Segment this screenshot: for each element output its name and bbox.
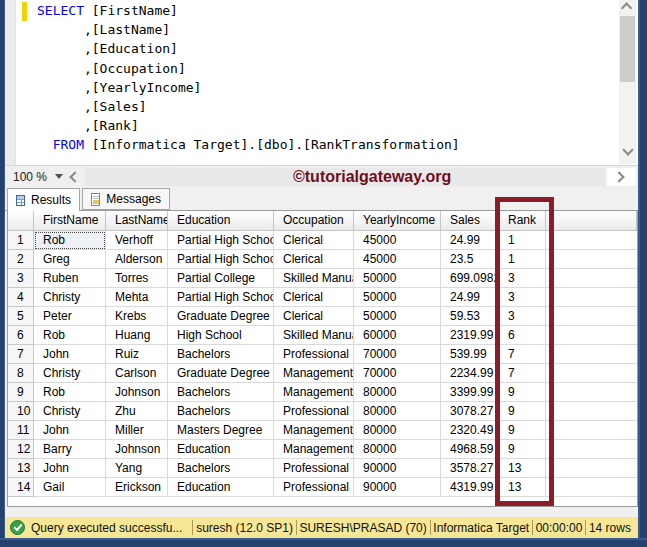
header-cell[interactable]: FirstName — [34, 211, 106, 231]
grid-cell[interactable]: 50000 — [354, 288, 441, 307]
row-number-cell[interactable]: 7 — [8, 345, 34, 364]
grid-cell[interactable]: Management — [274, 383, 354, 402]
grid-cell[interactable]: 2319.99 — [441, 326, 499, 345]
header-cell[interactable]: Rank — [499, 211, 546, 231]
grid-cell[interactable]: Krebs — [106, 307, 168, 326]
grid-cell[interactable]: 2234.99 — [441, 364, 499, 383]
grid-cell[interactable]: 7 — [499, 345, 546, 364]
grid-cell[interactable]: Huang — [106, 326, 168, 345]
grid-cell[interactable]: Johnson — [106, 440, 168, 459]
grid-cell[interactable]: 50000 — [354, 307, 441, 326]
scroll-left-button[interactable] — [67, 169, 82, 184]
grid-cell[interactable]: Rob — [34, 326, 106, 345]
grid-cell[interactable]: Masters Degree — [168, 421, 274, 440]
results-grid[interactable]: FirstNameLastNameEducationOccupationYear… — [7, 210, 638, 507]
grid-cell[interactable]: Gail — [34, 478, 106, 497]
grid-cell[interactable]: 9 — [499, 402, 546, 421]
grid-cell[interactable]: Bachelors — [168, 383, 274, 402]
grid-cell[interactable]: 3 — [499, 307, 546, 326]
grid-cell[interactable]: 9 — [499, 440, 546, 459]
grid-cell[interactable]: 539.99 — [441, 345, 499, 364]
grid-cell[interactable]: Rob — [34, 231, 106, 250]
grid-cell[interactable]: Mehta — [106, 288, 168, 307]
grid-cell[interactable]: 80000 — [354, 383, 441, 402]
grid-cell[interactable]: Management — [274, 364, 354, 383]
grid-cell[interactable]: Partial College — [168, 269, 274, 288]
header-cell[interactable]: LastName — [106, 211, 168, 231]
row-number-cell[interactable]: 10 — [8, 402, 34, 421]
grid-cell[interactable]: 3 — [499, 288, 546, 307]
grid-cell[interactable]: Bachelors — [168, 402, 274, 421]
grid-cell[interactable]: Ruben — [34, 269, 106, 288]
grid-cell[interactable]: Greg — [34, 250, 106, 269]
grid-cell[interactable]: John — [34, 459, 106, 478]
scroll-up-button[interactable] — [619, 0, 636, 15]
row-number-cell[interactable]: 4 — [8, 288, 34, 307]
grid-cell[interactable]: 3078.27 — [441, 402, 499, 421]
grid-cell[interactable]: 3578.27 — [441, 459, 499, 478]
grid-cell[interactable]: Partial High School — [168, 231, 274, 250]
grid-cell[interactable]: Clerical — [274, 288, 354, 307]
grid-cell[interactable]: Education — [168, 440, 274, 459]
grid-cell[interactable]: 80000 — [354, 402, 441, 421]
grid-cell[interactable]: John — [34, 345, 106, 364]
grid-cell[interactable]: 70000 — [354, 364, 441, 383]
grid-cell[interactable]: 90000 — [354, 478, 441, 497]
grid-cell[interactable]: Professional — [274, 478, 354, 497]
row-number-cell[interactable]: 1 — [8, 231, 34, 250]
grid-cell[interactable]: 45000 — [354, 231, 441, 250]
sql-editor[interactable]: SELECT [FirstName] ,[LastName] ,[Educati… — [5, 0, 638, 165]
grid-cell[interactable]: Miller — [106, 421, 168, 440]
grid-cell[interactable]: 6 — [499, 326, 546, 345]
grid-cell[interactable]: 60000 — [354, 326, 441, 345]
grid-cell[interactable]: 7 — [499, 364, 546, 383]
grid-cell[interactable]: Skilled Manual — [274, 326, 354, 345]
row-number-cell[interactable]: 11 — [8, 421, 34, 440]
grid-cell[interactable]: 50000 — [354, 269, 441, 288]
row-number-cell[interactable]: 12 — [8, 440, 34, 459]
grid-cell[interactable]: Education — [168, 478, 274, 497]
grid-cell[interactable]: Christy — [34, 402, 106, 421]
zoom-control[interactable]: 100 % — [9, 167, 65, 186]
grid-cell[interactable]: Bachelors — [168, 459, 274, 478]
grid-cell[interactable]: Professional — [274, 345, 354, 364]
row-number-cell[interactable]: 5 — [8, 307, 34, 326]
row-number-cell[interactable]: 8 — [8, 364, 34, 383]
grid-cell[interactable]: Partial High School — [168, 250, 274, 269]
tab-messages[interactable]: Messages — [82, 188, 170, 210]
header-cell[interactable]: Sales — [441, 211, 499, 231]
grid-cell[interactable]: 3 — [499, 269, 546, 288]
grid-cell[interactable]: Management — [274, 421, 354, 440]
row-number-cell[interactable]: 9 — [8, 383, 34, 402]
grid-cell[interactable]: Clerical — [274, 231, 354, 250]
grid-cell[interactable]: 1 — [499, 231, 546, 250]
row-number-cell[interactable]: 6 — [8, 326, 34, 345]
grid-cell[interactable]: 699.0982 — [441, 269, 499, 288]
grid-cell[interactable]: Rob — [34, 383, 106, 402]
grid-cell[interactable]: 3399.99 — [441, 383, 499, 402]
grid-cell[interactable]: 4968.59 — [441, 440, 499, 459]
grid-cell[interactable]: 1 — [499, 250, 546, 269]
grid-cell[interactable]: Graduate Degree — [168, 364, 274, 383]
grid-cell[interactable]: Graduate Degree — [168, 307, 274, 326]
grid-cell[interactable]: 23.5 — [441, 250, 499, 269]
grid-cell[interactable]: Bachelors — [168, 345, 274, 364]
grid-cell[interactable]: 80000 — [354, 421, 441, 440]
grid-cell[interactable]: Professional — [274, 459, 354, 478]
grid-cell[interactable]: Carlson — [106, 364, 168, 383]
header-cell[interactable]: Occupation — [274, 211, 354, 231]
row-number-cell[interactable]: 3 — [8, 269, 34, 288]
header-cell[interactable]: Education — [168, 211, 274, 231]
grid-cell[interactable]: 70000 — [354, 345, 441, 364]
grid-cell[interactable]: Professional — [274, 402, 354, 421]
tab-results[interactable]: Results — [7, 188, 80, 211]
editor-vertical-scrollbar[interactable] — [619, 0, 636, 164]
grid-cell[interactable]: Peter — [34, 307, 106, 326]
grid-cell[interactable]: Yang — [106, 459, 168, 478]
grid-cell[interactable]: Skilled Manual — [274, 269, 354, 288]
scrollbar-thumb[interactable] — [620, 16, 635, 82]
grid-cell[interactable]: 2320.49 — [441, 421, 499, 440]
grid-cell[interactable]: Verhoff — [106, 231, 168, 250]
grid-cell[interactable]: Torres — [106, 269, 168, 288]
row-number-cell[interactable]: 13 — [8, 459, 34, 478]
